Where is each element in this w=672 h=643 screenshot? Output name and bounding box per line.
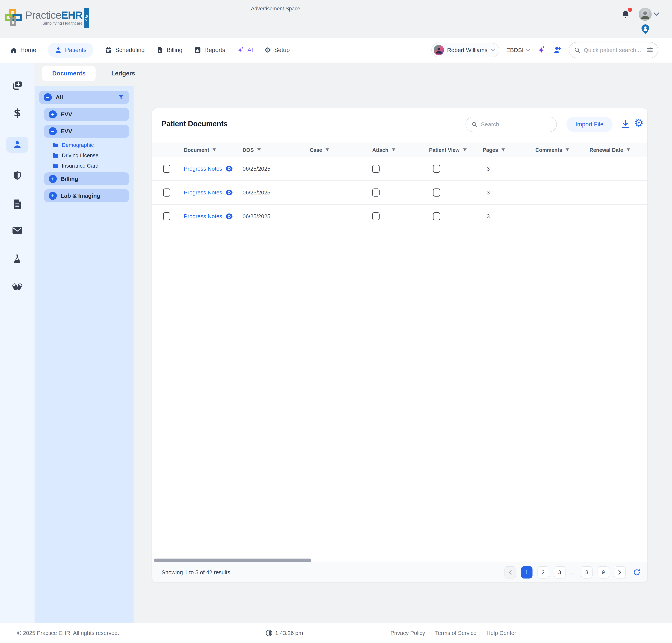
tree-node-billing[interactable]: + Billing bbox=[44, 172, 129, 185]
medical-card-icon[interactable] bbox=[12, 80, 23, 91]
copyright-text: © 2025 Practice EHR. All rights reserved… bbox=[17, 630, 119, 636]
patient-view-checkbox[interactable] bbox=[433, 189, 440, 196]
filter-funnel-icon[interactable] bbox=[501, 148, 506, 153]
filter-funnel-icon[interactable] bbox=[212, 148, 217, 153]
notifications-bell-icon[interactable] bbox=[621, 9, 631, 20]
user-menu-chevron-icon[interactable] bbox=[653, 12, 660, 16]
page-button-9[interactable]: 9 bbox=[598, 566, 609, 579]
tree-leaf-demographic[interactable]: Demographic bbox=[52, 142, 94, 148]
patient-view-checkbox[interactable] bbox=[433, 212, 440, 220]
document-link[interactable]: Progress Notes bbox=[184, 190, 222, 196]
brand-logo[interactable]: PracticeEHR Simplifying Healthcare Pro bbox=[4, 8, 89, 28]
row-select-checkbox[interactable] bbox=[163, 212, 170, 220]
practice-code: EBDSI bbox=[506, 47, 524, 53]
ad-header: PracticeEHR Simplifying Healthcare Pro A… bbox=[0, 0, 672, 38]
shield-icon[interactable] bbox=[12, 170, 23, 181]
quick-patient-search-input[interactable]: Quick patient search... bbox=[569, 42, 658, 58]
practice-selector[interactable]: EBDSI bbox=[506, 47, 530, 53]
reports-icon bbox=[194, 47, 201, 54]
user-avatar[interactable] bbox=[639, 8, 652, 21]
page-button-3[interactable]: 3 bbox=[554, 566, 565, 579]
prev-page-button[interactable] bbox=[504, 566, 516, 579]
horizontal-scrollbar-thumb[interactable] bbox=[154, 559, 311, 562]
page-button-8[interactable]: 8 bbox=[581, 566, 592, 579]
tree-leaf-insurance-card[interactable]: Insurance Card bbox=[52, 163, 98, 169]
tab-ledgers[interactable]: Ledgers bbox=[111, 70, 135, 77]
filter-funnel-icon[interactable] bbox=[391, 148, 396, 153]
footer-links: Privacy Policy Terms of Service Help Cen… bbox=[391, 630, 516, 636]
download-icon[interactable] bbox=[621, 119, 630, 129]
time-text: 1:43:26 pm bbox=[275, 630, 303, 636]
tree-leaf-driving-license[interactable]: Driving License bbox=[52, 153, 98, 159]
collapse-icon[interactable]: − bbox=[49, 127, 57, 135]
document-link[interactable]: Progress Notes bbox=[184, 166, 222, 172]
ai-sparkle-button-icon[interactable] bbox=[537, 45, 546, 55]
import-file-button[interactable]: Import File bbox=[566, 117, 612, 132]
next-page-button[interactable] bbox=[614, 566, 625, 579]
column-renewal-date[interactable]: Renewal Date bbox=[580, 147, 647, 153]
privacy-policy-link[interactable]: Privacy Policy bbox=[391, 630, 425, 636]
patient-side-rail: $ bbox=[0, 63, 35, 623]
row-select-checkbox[interactable] bbox=[163, 165, 170, 173]
panel-title: Patient Documents bbox=[161, 120, 228, 128]
page-button-1[interactable]: 1 bbox=[521, 566, 533, 579]
view-eye-icon[interactable] bbox=[225, 213, 233, 220]
medications-icon[interactable] bbox=[12, 282, 23, 292]
refresh-icon[interactable] bbox=[633, 569, 640, 576]
table-settings-gear-icon[interactable]: ⚙ bbox=[634, 118, 644, 128]
expand-icon[interactable]: + bbox=[49, 175, 57, 183]
current-user-pill[interactable]: Robert Williams bbox=[431, 43, 499, 57]
column-case[interactable]: Case bbox=[301, 147, 363, 153]
attach-checkbox[interactable] bbox=[372, 189, 380, 196]
filter-funnel-icon[interactable] bbox=[462, 148, 467, 153]
nav-item-billing[interactable]: $ Billing bbox=[156, 47, 183, 54]
mail-icon[interactable] bbox=[12, 226, 23, 234]
filter-funnel-icon[interactable] bbox=[257, 148, 261, 153]
nav-item-home[interactable]: Home bbox=[10, 47, 36, 54]
nav-item-scheduling[interactable]: Scheduling bbox=[105, 47, 145, 54]
table-row: Progress Notes 06/25/2025 3 bbox=[152, 181, 647, 205]
column-patient-view[interactable]: Patient View bbox=[420, 147, 474, 153]
document-link[interactable]: Progress Notes bbox=[184, 213, 222, 220]
terms-of-service-link[interactable]: Terms of Service bbox=[435, 630, 476, 636]
expand-icon[interactable]: + bbox=[49, 110, 57, 119]
location-pin-icon[interactable] bbox=[641, 24, 650, 35]
column-document[interactable]: Document bbox=[175, 147, 233, 153]
expand-icon[interactable]: + bbox=[49, 192, 57, 200]
collapse-icon[interactable]: − bbox=[44, 93, 52, 101]
page-button-2[interactable]: 2 bbox=[537, 566, 549, 579]
row-select-checkbox[interactable] bbox=[163, 189, 170, 196]
column-dos[interactable]: DOS bbox=[233, 147, 301, 153]
filter-funnel-icon[interactable] bbox=[325, 148, 330, 153]
column-comments[interactable]: Comments bbox=[526, 147, 580, 153]
add-patient-icon[interactable] bbox=[553, 46, 562, 55]
lab-flask-icon[interactable] bbox=[12, 254, 22, 265]
filter-funnel-icon[interactable] bbox=[118, 94, 124, 100]
attach-checkbox[interactable] bbox=[372, 212, 380, 220]
attach-checkbox[interactable] bbox=[372, 165, 380, 173]
page-footer: © 2025 Practice EHR. All rights reserved… bbox=[0, 623, 672, 643]
tree-node-evv-1[interactable]: + EVV bbox=[44, 108, 129, 121]
tree-node-all[interactable]: − All bbox=[39, 90, 129, 104]
column-attach[interactable]: Attach bbox=[363, 147, 420, 153]
documents-search-input[interactable]: Search... bbox=[465, 117, 557, 132]
rail-item-patients-active[interactable] bbox=[6, 137, 28, 153]
nav-item-patients[interactable]: Patients bbox=[48, 43, 94, 58]
tree-node-evv-2[interactable]: − EVV bbox=[44, 125, 129, 138]
dollar-icon[interactable]: $ bbox=[14, 107, 21, 119]
tab-documents[interactable]: Documents bbox=[42, 66, 96, 81]
search-filters-icon[interactable] bbox=[647, 47, 653, 53]
patient-view-checkbox[interactable] bbox=[433, 165, 440, 173]
column-pages[interactable]: Pages bbox=[474, 147, 526, 153]
view-eye-icon[interactable] bbox=[225, 165, 233, 172]
nav-item-reports[interactable]: Reports bbox=[194, 47, 225, 54]
filter-funnel-icon[interactable] bbox=[565, 148, 570, 153]
nav-item-ai[interactable]: AI bbox=[236, 46, 253, 54]
nav-item-setup[interactable]: ⚙ Setup bbox=[265, 47, 290, 54]
tree-node-lab-imaging[interactable]: + Lab & Imaging bbox=[44, 189, 129, 202]
documents-search-placeholder: Search... bbox=[481, 121, 504, 128]
document-icon[interactable] bbox=[12, 198, 22, 209]
help-center-link[interactable]: Help Center bbox=[487, 630, 516, 636]
filter-funnel-icon[interactable] bbox=[626, 148, 631, 153]
view-eye-icon[interactable] bbox=[225, 189, 233, 196]
